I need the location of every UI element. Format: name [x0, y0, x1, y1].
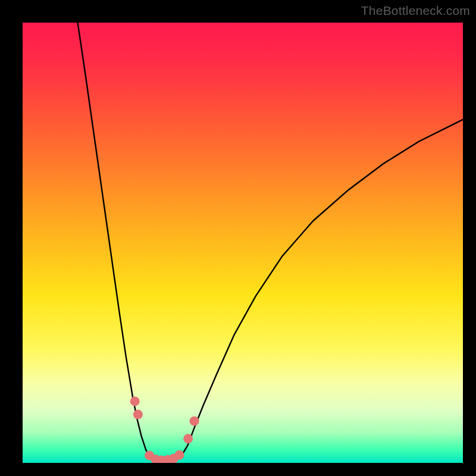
watermark-label: TheBottleneck.com [361, 4, 470, 18]
marker-point [190, 416, 199, 426]
plot-area [23, 23, 463, 463]
chart-frame: TheBottleneck.com [0, 0, 476, 476]
marker-point [130, 396, 140, 406]
chart-svg [23, 23, 463, 463]
marker-point [174, 450, 184, 460]
marker-point [183, 434, 193, 443]
series-curve-left [78, 23, 149, 456]
marker-point [133, 410, 143, 419]
series-curve-right [181, 120, 463, 456]
